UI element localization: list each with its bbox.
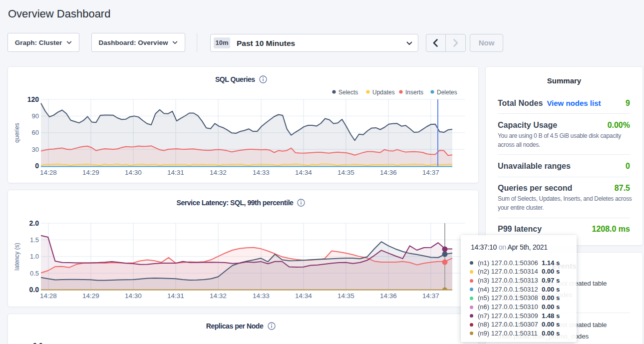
- svg-text:14:37: 14:37: [422, 292, 439, 300]
- svg-text:30: 30: [32, 146, 39, 153]
- svg-text:0.0: 0.0: [29, 286, 39, 294]
- svg-text:Deletes: Deletes: [437, 89, 457, 96]
- svg-text:14:28: 14:28: [40, 169, 57, 176]
- svg-text:14:31: 14:31: [167, 292, 184, 300]
- svg-text:14:33: 14:33: [253, 292, 270, 300]
- svg-text:90: 90: [32, 112, 39, 120]
- svg-text:queries: queries: [13, 123, 20, 142]
- svg-text:14:28: 14:28: [40, 292, 57, 300]
- svg-text:Inserts: Inserts: [405, 89, 423, 96]
- svg-text:latency (s): latency (s): [13, 243, 20, 270]
- svg-text:1.5: 1.5: [30, 236, 39, 244]
- svg-text:14:34: 14:34: [295, 292, 312, 300]
- svg-text:1.0: 1.0: [30, 253, 39, 260]
- svg-text:14:37: 14:37: [422, 169, 439, 176]
- svg-text:14:32: 14:32: [210, 292, 227, 300]
- svg-text:2.0: 2.0: [29, 219, 39, 227]
- svg-text:14:34: 14:34: [295, 169, 312, 176]
- svg-text:14:32: 14:32: [210, 169, 227, 176]
- svg-text:14:36: 14:36: [380, 169, 397, 176]
- svg-text:14:36: 14:36: [380, 292, 397, 300]
- svg-text:0.5: 0.5: [30, 270, 39, 277]
- svg-text:14:30: 14:30: [125, 169, 142, 176]
- svg-text:14:35: 14:35: [337, 292, 354, 300]
- svg-text:60: 60: [32, 129, 39, 136]
- svg-text:Selects: Selects: [338, 89, 358, 96]
- svg-text:14:29: 14:29: [82, 292, 99, 300]
- svg-text:120: 120: [27, 95, 39, 103]
- svg-text:14:33: 14:33: [253, 169, 270, 176]
- svg-text:0: 0: [35, 162, 39, 170]
- svg-text:14:29: 14:29: [82, 169, 99, 176]
- svg-text:14:31: 14:31: [167, 169, 184, 176]
- svg-text:Updates: Updates: [372, 89, 395, 96]
- svg-text:14:35: 14:35: [337, 169, 354, 176]
- svg-text:14:30: 14:30: [125, 292, 142, 300]
